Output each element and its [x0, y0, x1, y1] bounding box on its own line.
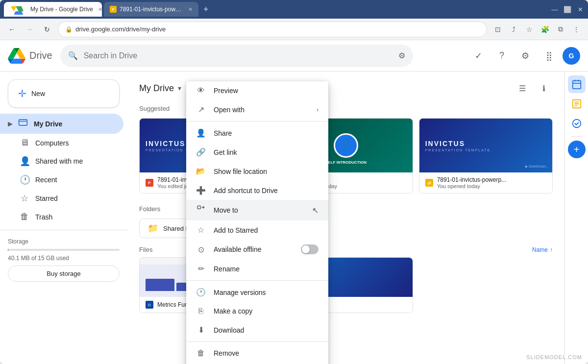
trash-icon: 🗑: [20, 212, 29, 222]
menu-divider-2: [186, 280, 328, 281]
menu-item-move[interactable]: Move to ↖: [186, 200, 328, 220]
versions-icon: 🕐: [196, 288, 206, 297]
move-to-icon: [196, 205, 206, 216]
buy-storage-button[interactable]: Buy storage: [8, 266, 120, 282]
sidebar-item-recent[interactable]: 🕐 Recent: [0, 170, 123, 189]
svg-rect-1: [197, 206, 200, 209]
starred-label: Starred: [35, 194, 58, 202]
search-bar[interactable]: 🔍 ⚙: [60, 45, 413, 67]
menu-item-make-copy[interactable]: ⎘ Make a copy: [186, 302, 328, 320]
menu-item-shortcut[interactable]: ➕ Add shortcut to Drive: [186, 181, 328, 200]
menu-item-preview[interactable]: 👁 Preview: [186, 81, 328, 100]
sidebar-item-starred[interactable]: ☆ Starred: [0, 189, 123, 208]
computers-label: Computers: [35, 139, 69, 147]
tab-close-ppt[interactable]: ✕: [188, 6, 193, 13]
menu-item-share[interactable]: 👤 Share: [186, 123, 328, 143]
tab-drive[interactable]: My Drive - Google Drive ✕: [4, 2, 102, 17]
header-actions: ✓ ? ⚙ ⣿ G: [468, 46, 580, 66]
feedback-icon[interactable]: ✓: [468, 46, 488, 66]
notes-panel-button[interactable]: [568, 95, 586, 113]
menu-item-open-with[interactable]: ↗ Open with ›: [186, 100, 328, 119]
menu-item-get-link[interactable]: 🔗 Get link: [186, 143, 328, 162]
search-input[interactable]: [84, 51, 392, 60]
preview-icon: 👁: [196, 86, 206, 95]
toggle-knob: [302, 245, 310, 253]
storage-fill: [8, 249, 8, 251]
search-filter-icon[interactable]: ⚙: [398, 51, 405, 60]
folder-icon: 📁: [147, 223, 158, 234]
sidebar: ✛ New ▶ My Drive 🖥 Computers: [0, 72, 127, 364]
sidebar-item-computers[interactable]: 🖥 Computers: [0, 134, 123, 152]
apps-icon[interactable]: ⣿: [539, 46, 559, 66]
share-page-icon[interactable]: ⤴: [507, 23, 520, 36]
main-content: ✛ New ▶ My Drive 🖥 Computers: [0, 72, 588, 364]
sidebar-item-my-drive[interactable]: ▶ My Drive: [0, 114, 123, 134]
rename-icon: ✏: [196, 264, 206, 273]
split-view-icon[interactable]: ⧉: [554, 23, 567, 36]
view-controls: ☰ ℹ: [514, 79, 553, 97]
more-icon[interactable]: ⋮: [569, 23, 583, 36]
menu-item-rename[interactable]: ✏ Rename: [186, 259, 328, 278]
calendar-panel-button[interactable]: [568, 75, 586, 93]
menu-item-remove[interactable]: 🗑 Remove: [186, 344, 328, 363]
sort-control[interactable]: Name ↑: [532, 246, 553, 253]
extension-icon[interactable]: 🧩: [538, 23, 552, 36]
right-panel: +: [564, 72, 588, 364]
share-icon: 👤: [196, 128, 206, 138]
remove-label: Remove: [214, 349, 318, 357]
url-text: drive.google.com/drive/my-drive: [75, 25, 166, 33]
file-card-2[interactable]: Invictus PRESENTATION TEMPLATE ▶ SlideMo…: [419, 118, 553, 194]
sidebar-item-shared[interactable]: 👤 Shared with me: [0, 152, 123, 170]
refresh-button[interactable]: ↻: [40, 23, 54, 36]
new-tab-button[interactable]: +: [200, 4, 212, 15]
menu-item-show-location[interactable]: 📂 Show file location: [186, 162, 328, 181]
maximize-icon[interactable]: ⬜: [564, 6, 571, 13]
new-button-label: New: [31, 90, 45, 97]
plus-icon: ✛: [18, 88, 26, 99]
forward-button[interactable]: →: [23, 23, 36, 36]
bookmark-icon[interactable]: ☆: [522, 23, 536, 36]
content-title[interactable]: My Drive ▾: [139, 83, 181, 94]
info-icon[interactable]: ℹ: [535, 79, 553, 97]
computers-icon: 🖥: [20, 138, 29, 148]
help-icon[interactable]: ?: [492, 46, 512, 66]
menu-item-starred[interactable]: ☆ Add to Starred: [186, 220, 328, 240]
address-bar: ← → ↻ 🔒 drive.google.com/drive/my-drive …: [0, 19, 588, 40]
offline-toggle[interactable]: [301, 244, 318, 254]
window-controls: — ⬜ ✕: [551, 6, 584, 13]
tab-ppt[interactable]: P 7891-01-invictus-powerpoint-te... ✕: [104, 2, 198, 17]
menu-divider-1: [186, 121, 328, 121]
remove-icon: 🗑: [196, 349, 206, 358]
my-drive-icon: [18, 118, 28, 130]
file-meta-2: You opened today: [437, 183, 546, 189]
app-layout: Drive 🔍 ⚙ ✓ ? ⚙ ⣿ G ✛ New: [0, 40, 588, 364]
cursor-icon: ↖: [312, 206, 318, 215]
settings-icon[interactable]: ⚙: [515, 46, 535, 66]
my-drive-label: My Drive: [34, 120, 62, 128]
minimize-icon[interactable]: —: [551, 6, 559, 13]
watermark: SLIDEMODEL.COM: [526, 354, 582, 360]
rename-label: Rename: [214, 265, 318, 273]
storage-bar: [8, 249, 120, 251]
drive-logo-text: Drive: [29, 50, 52, 61]
sidebar-item-trash[interactable]: 🗑 Trash: [0, 208, 123, 226]
avatar[interactable]: G: [563, 47, 580, 65]
list-view-icon[interactable]: ☰: [514, 79, 531, 97]
svg-rect-0: [19, 120, 27, 125]
menu-item-download[interactable]: ⬇ Download: [186, 320, 328, 340]
new-button[interactable]: ✛ New: [8, 79, 120, 108]
storage-label: Storage: [8, 238, 120, 245]
tasks-panel-button[interactable]: [568, 115, 586, 132]
add-panel-button[interactable]: +: [568, 141, 586, 158]
recent-icon: 🕐: [20, 174, 29, 185]
download-icon: ⬇: [196, 325, 206, 335]
back-button[interactable]: ←: [5, 23, 19, 36]
tab-close-drive[interactable]: ✕: [98, 6, 102, 13]
address-bar-actions: ⊡ ⤴ ☆ 🧩 ⧉ ⋮: [491, 23, 583, 36]
shortcut-label: Add shortcut to Drive: [214, 187, 318, 194]
cast-icon[interactable]: ⊡: [491, 23, 505, 36]
menu-item-offline[interactable]: ⊙ Available offline: [186, 240, 328, 259]
url-bar[interactable]: 🔒 drive.google.com/drive/my-drive: [58, 22, 487, 37]
menu-item-manage-versions[interactable]: 🕐 Manage versions: [186, 283, 328, 302]
close-window-icon[interactable]: ✕: [576, 6, 584, 13]
